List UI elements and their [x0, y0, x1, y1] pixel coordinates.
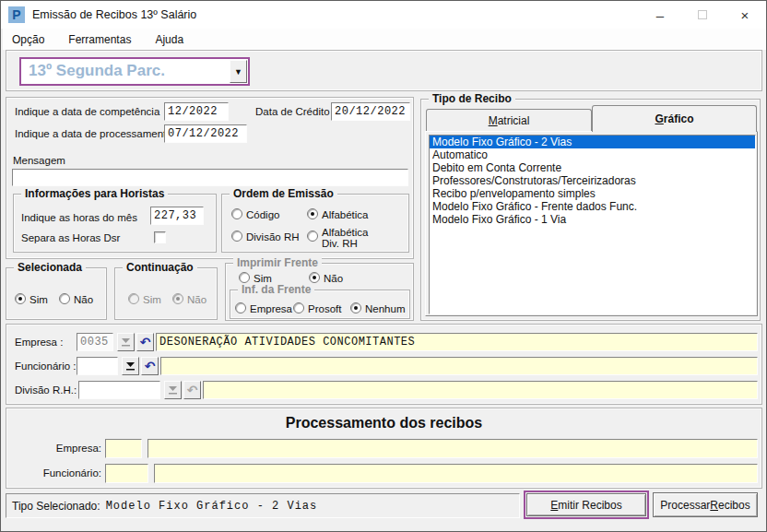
divisao-rh-name-field[interactable]	[203, 381, 758, 399]
empresa-name-field[interactable]: DESONERAÇÃO ATIVIDADES CONCOMITANTES	[156, 333, 758, 351]
period-combobox-value: 13º Segunda Parc.	[21, 59, 229, 84]
processamento-panel: Processamento dos recibos Empresa: Funci…	[6, 408, 762, 489]
menu-item-ferramentas[interactable]: Ferramentas	[68, 33, 131, 46]
recibo-type-item[interactable]: Debito em Conta Corrente	[430, 161, 755, 174]
tab-grafico[interactable]: Gráfico	[592, 105, 757, 132]
status-value: Modelo Fixo Gráfico - 2 Vias	[106, 500, 318, 513]
menu-item-ajuda[interactable]: Ajuda	[155, 33, 183, 46]
proc-empresa-label: Empresa:	[20, 443, 101, 454]
radio-icon	[307, 208, 318, 219]
radio-ordem-divisao-rh[interactable]: Divisão RH	[231, 231, 300, 242]
empresa-dropdown-button[interactable]	[117, 333, 135, 351]
proc-empresa-code-field	[105, 439, 142, 458]
recibo-type-item[interactable]: Modelo Fixo Gráfico - 2 Vias	[430, 136, 755, 148]
recibo-type-item[interactable]: Modelo Fixo Gráfico - Frente dados Func.	[430, 200, 755, 213]
radio-label: Não	[74, 293, 93, 305]
ordem-emissao-group: Ordem de Emissão Código Alfabética Divis…	[221, 194, 409, 253]
app-icon: P	[8, 6, 25, 23]
lookup-panel: Empresa : 0035 ↶ DESONERAÇÃO ATIVIDADES …	[6, 324, 762, 405]
horas-mes-label: Indique as horas do mês	[21, 212, 137, 223]
funcionario-dropdown-button[interactable]	[122, 357, 139, 375]
ordem-emissao-group-title: Ordem de Emissão	[230, 187, 337, 200]
period-panel: 13º Segunda Parc. ▼	[6, 50, 762, 91]
continuacao-group: Continuação Sim Não	[114, 267, 218, 320]
radio-label: Nenhum	[365, 302, 405, 314]
radio-continuacao-sim: Sim	[128, 293, 161, 305]
funcionario-name-field[interactable]	[160, 357, 758, 375]
dropdown-icon	[126, 361, 135, 371]
radio-ordem-codigo[interactable]: Código	[231, 208, 279, 220]
radio-label: Não	[324, 272, 343, 284]
continuacao-group-title: Continuação	[123, 261, 197, 274]
emitir-recibos-button[interactable]: Emitir Recibos	[526, 493, 646, 516]
radio-inf-empresa[interactable]: Empresa	[235, 302, 292, 314]
processamento-data-field[interactable]: 07/12/2022	[164, 124, 247, 143]
menubar: Opção Ferramentas Ajuda	[3, 29, 766, 50]
radio-label: Divisão RH	[246, 231, 300, 242]
period-dropdown-arrow[interactable]: ▼	[230, 60, 247, 83]
radio-ordem-alfabetica-div-rh[interactable]: Alfabética Div. RH	[307, 226, 369, 249]
selecionada-group-title: Selecionada	[14, 261, 86, 274]
radio-label: Código	[246, 208, 279, 220]
horistas-group-title: Informações para Horistas	[21, 187, 168, 200]
empresa-code-field[interactable]: 0035	[77, 333, 113, 351]
horas-mes-field[interactable]: 227,33	[150, 207, 204, 225]
tab-page-grafico: Modelo Fixo Gráfico - 2 ViasAutomaticoDe…	[425, 131, 758, 316]
selecionada-group: Selecionada Sim Não	[6, 267, 107, 320]
inf-frente-group-title: Inf. da Frente	[238, 283, 314, 296]
radio-selecionada-sim[interactable]: Sim	[15, 293, 48, 305]
separa-dsr-checkbox[interactable]	[154, 231, 166, 243]
empresa-label: Empresa :	[15, 337, 63, 348]
period-combobox[interactable]: 13º Segunda Parc. ▼	[19, 57, 250, 86]
funcionario-code-field[interactable]	[77, 357, 118, 375]
credito-label: Data de Crédito	[255, 106, 330, 117]
divisao-rh-undo-button[interactable]: ↶	[183, 381, 201, 399]
radio-continuacao-nao: Não	[172, 293, 206, 305]
menu-item-opcao[interactable]: Opção	[12, 33, 44, 46]
radio-icon	[309, 272, 320, 283]
proc-funcionario-label: Funcionário:	[20, 467, 101, 479]
funcionario-undo-button[interactable]: ↶	[141, 357, 159, 375]
radio-icon	[307, 231, 318, 242]
recibo-type-item[interactable]: Recibo p/envelopamento simples	[430, 187, 755, 200]
close-button[interactable]: ×	[724, 1, 766, 29]
radio-inf-nenhum[interactable]: Nenhum	[350, 302, 405, 314]
recibo-type-item[interactable]: Modelo Fixo Gráfico - 1 Via	[430, 213, 755, 226]
tipo-recibo-group-title: Tipo de Recibo	[429, 92, 515, 105]
recibo-type-listbox[interactable]: Modelo Fixo Gráfico - 2 ViasAutomaticoDe…	[429, 135, 756, 314]
empresa-undo-button[interactable]: ↶	[136, 333, 154, 351]
credito-field[interactable]: 20/12/2022	[331, 102, 410, 121]
proc-funcionario-code-field	[105, 464, 148, 483]
mensagem-input[interactable]	[12, 169, 408, 186]
divisao-rh-label: Divisão R.H.:	[15, 384, 77, 396]
recibo-type-item[interactable]: Automatico	[430, 148, 755, 161]
radio-icon	[59, 293, 70, 304]
radio-label: Alfabética Div. RH	[322, 226, 369, 249]
divisao-rh-code-field[interactable]	[78, 381, 160, 399]
proc-empresa-name-field	[148, 439, 758, 458]
radio-label: Sim	[30, 293, 48, 305]
processar-recibos-button[interactable]: Processar Recibos	[653, 492, 758, 517]
divisao-rh-dropdown-button[interactable]	[164, 381, 182, 399]
radio-inf-prosoft[interactable]: Prosoft	[293, 302, 341, 314]
recibo-type-item[interactable]: Professores/Construtoras/Terceirizadoras	[430, 174, 755, 187]
horistas-group: Informações para Horistas Indique as hor…	[13, 194, 217, 253]
radio-label: Não	[187, 293, 206, 305]
radio-icon	[231, 231, 242, 242]
competencia-field[interactable]: 12/2022	[164, 102, 229, 121]
radio-icon	[293, 302, 304, 313]
proc-funcionario-name-field	[154, 464, 758, 483]
mensagem-label: Mensagem	[13, 155, 65, 166]
radio-ordem-alfabetica[interactable]: Alfabética	[307, 208, 369, 220]
radio-selecionada-nao[interactable]: Não	[59, 293, 93, 305]
imprimir-frente-group: Imprimir Frente Sim Não Inf. da Frente E…	[225, 263, 414, 321]
radio-label: Prosoft	[308, 302, 341, 314]
funcionario-label: Funcionário :	[15, 361, 76, 372]
radio-icon	[239, 272, 250, 283]
tab-matricial[interactable]: Matricial	[426, 109, 592, 131]
maximize-button[interactable]	[681, 1, 724, 29]
imprimir-frente-group-title: Imprimir Frente	[233, 256, 322, 269]
minimize-button[interactable]: –	[639, 1, 681, 29]
undo-icon: ↶	[187, 384, 198, 396]
tipo-recibo-group: Tipo de Recibo Matricial Gráfico Modelo …	[420, 99, 761, 321]
